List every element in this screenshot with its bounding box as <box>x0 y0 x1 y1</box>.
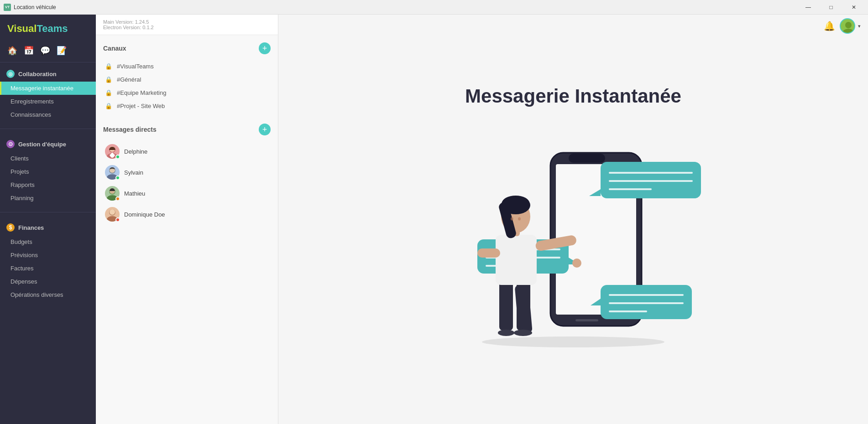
maximize-button[interactable]: □ <box>821 0 842 15</box>
svg-point-13 <box>842 29 854 34</box>
lock-icon-4: 🔒 <box>105 103 112 109</box>
svg-point-11 <box>110 209 115 215</box>
dm-name-mathieu: Mathieu <box>124 190 145 197</box>
sidebar-header: VisualTeams <box>0 15 96 41</box>
sidebar-item-budgets[interactable]: Budgets <box>0 235 96 248</box>
sidebar-item-connaissances[interactable]: Connaissances <box>0 108 96 121</box>
status-dominique <box>115 217 120 222</box>
svg-rect-18 <box>575 319 598 321</box>
dm-name-sylvain: Sylvain <box>124 169 143 176</box>
sidebar-section-finances: $ Finances Budgets Prévisions Factures D… <box>0 216 96 305</box>
minimize-button[interactable]: — <box>798 0 819 15</box>
svg-point-14 <box>482 336 664 347</box>
dm-item-dominique[interactable]: Dominique Doe <box>103 204 271 225</box>
channel-visualteams[interactable]: 🔒 #VisualTeams <box>103 60 271 73</box>
dm-section: Messages directs + Delphine <box>96 116 278 232</box>
nav-chat-icon[interactable]: 💬 <box>40 46 50 56</box>
svg-rect-39 <box>496 235 537 285</box>
channel-marketing[interactable]: 🔒 #Equipe Marketing <box>103 86 271 99</box>
nav-icons-bar: 🏠 📅 💬 📝 <box>0 41 96 62</box>
sidebar-item-previsions[interactable]: Prévisions <box>0 248 96 262</box>
status-mathieu <box>115 196 120 201</box>
finances-label: Finances <box>18 224 44 231</box>
add-channel-button[interactable]: + <box>259 42 271 54</box>
add-dm-button[interactable]: + <box>259 124 271 135</box>
svg-point-12 <box>845 22 852 28</box>
titlebar: VT Location véhicule — □ ✕ <box>0 0 868 15</box>
channel-label-general: #Général <box>117 76 141 83</box>
logo-teams: Teams <box>37 23 68 34</box>
app-container: VisualTeams 🏠 📅 💬 📝 ◎ Collaboration Mess… <box>0 15 868 424</box>
avatar-sylvain <box>105 165 120 180</box>
dm-item-mathieu[interactable]: Mathieu <box>103 183 271 204</box>
sidebar-item-rapports[interactable]: Rapports <box>0 178 96 191</box>
main-page-title: Messagerie Instantanée <box>465 85 681 107</box>
sidebar-item-factures[interactable]: Factures <box>0 262 96 275</box>
user-chevron: ▾ <box>858 23 861 29</box>
sidebar-section-collaboration: ◎ Collaboration Messagerie instantanée E… <box>0 62 96 125</box>
svg-point-48 <box>518 217 521 221</box>
channel-label-marketing: #Equipe Marketing <box>117 89 166 96</box>
dm-name-delphine: Delphine <box>124 148 147 155</box>
nav-notes-icon[interactable]: 📝 <box>57 46 67 56</box>
gestion-section-header: ⊙ Gestion d'équipe <box>0 140 96 152</box>
main-content: 🔔 ▾ Messagerie Instantanée <box>278 15 868 424</box>
electron-version: Electron Version: 0.1.2 <box>103 25 271 30</box>
dm-header: Messages directs + <box>103 124 271 135</box>
channel-general[interactable]: 🔒 #Général <box>103 73 271 86</box>
divider-1 <box>0 129 96 129</box>
sidebar: VisualTeams 🏠 📅 💬 📝 ◎ Collaboration Mess… <box>0 15 96 424</box>
sidebar-item-enregistrements[interactable]: Enregistrements <box>0 95 96 108</box>
header-avatar <box>840 18 855 34</box>
finances-icon: $ <box>6 223 15 232</box>
header-right-area: 🔔 ▾ <box>816 15 868 37</box>
sidebar-item-clients[interactable]: Clients <box>0 152 96 165</box>
logo-visual: Visual <box>7 23 37 34</box>
svg-point-38 <box>514 330 532 336</box>
svg-rect-17 <box>569 154 605 163</box>
divider-2 <box>0 212 96 212</box>
nav-calendar-icon[interactable]: 📅 <box>24 46 34 56</box>
gestion-label: Gestion d'équipe <box>18 141 66 148</box>
sidebar-section-gestion: ⊙ Gestion d'équipe Clients Projets Rappo… <box>0 133 96 208</box>
lock-icon-1: 🔒 <box>105 63 112 70</box>
finances-section-header: $ Finances <box>0 223 96 235</box>
gestion-icon: ⊙ <box>6 140 15 148</box>
nav-home-icon[interactable]: 🏠 <box>7 46 17 56</box>
sidebar-item-depenses[interactable]: Dépenses <box>0 275 96 288</box>
bell-icon[interactable]: 🔔 <box>824 21 835 31</box>
messaging-illustration <box>432 125 715 353</box>
svg-point-49 <box>572 259 581 268</box>
channels-section: Canaux + 🔒 #VisualTeams 🔒 #Général 🔒 #Eq… <box>96 35 278 116</box>
dm-name-dominique: Dominique Doe <box>124 211 165 218</box>
channels-header: Canaux + <box>103 42 271 54</box>
titlebar-controls: — □ ✕ <box>798 0 864 15</box>
dm-item-delphine[interactable]: Delphine <box>103 141 271 162</box>
app-icon: VT <box>4 4 11 11</box>
sidebar-item-projets[interactable]: Projets <box>0 165 96 178</box>
titlebar-left: VT Location véhicule <box>4 4 56 11</box>
sidebar-item-messagerie[interactable]: Messagerie instantanée <box>0 82 96 95</box>
sidebar-item-planning[interactable]: Planning <box>0 191 96 205</box>
collaboration-label: Collaboration <box>18 71 57 78</box>
app-title: Location véhicule <box>14 4 56 10</box>
collaboration-icon: ◎ <box>6 70 15 78</box>
channel-label-visualteams: #VisualTeams <box>117 63 154 70</box>
logo: VisualTeams <box>7 21 89 36</box>
svg-rect-41 <box>477 248 500 258</box>
main-version: Main Version: 1.24.5 <box>103 19 271 25</box>
svg-point-46 <box>502 196 529 210</box>
channel-siteweb[interactable]: 🔒 #Projet - Site Web <box>103 99 271 113</box>
close-button[interactable]: ✕ <box>843 0 864 15</box>
dm-item-sylvain[interactable]: Sylvain <box>103 162 271 183</box>
user-menu[interactable]: ▾ <box>840 18 861 34</box>
middle-panel: Main Version: 1.24.5 Electron Version: 0… <box>96 15 278 424</box>
sidebar-item-operations[interactable]: Opérations diverses <box>0 288 96 301</box>
svg-rect-29 <box>601 285 692 319</box>
svg-point-47 <box>511 217 513 221</box>
svg-rect-34 <box>499 280 513 331</box>
lock-icon-2: 🔒 <box>105 76 112 83</box>
avatar-dominique <box>105 207 120 222</box>
dm-title: Messages directs <box>103 126 157 133</box>
collaboration-section-header: ◎ Collaboration <box>0 70 96 82</box>
